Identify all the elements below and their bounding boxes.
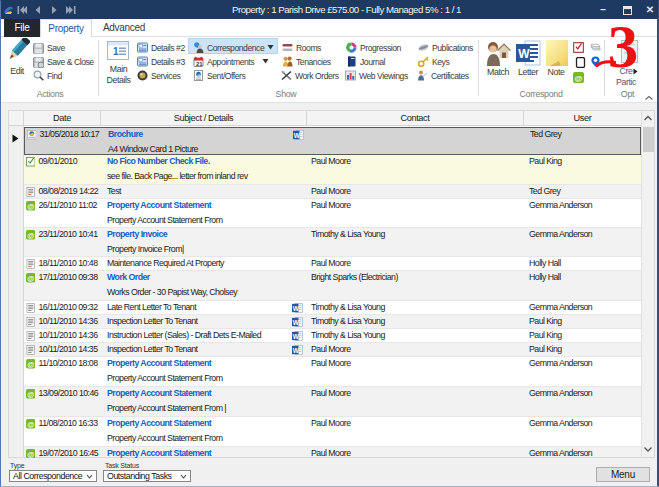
svg-text:21: 21 — [196, 61, 203, 67]
svg-text:W: W — [518, 47, 530, 61]
svg-text:1: 1 — [113, 46, 119, 57]
svg-text:@: @ — [27, 360, 34, 369]
svg-text:@: @ — [27, 390, 34, 399]
svg-text:@: @ — [575, 74, 583, 83]
svg-text:@: @ — [27, 274, 34, 283]
svg-text:@: @ — [27, 420, 34, 429]
svg-text:@: @ — [27, 202, 34, 211]
svg-text:@: @ — [27, 231, 34, 240]
